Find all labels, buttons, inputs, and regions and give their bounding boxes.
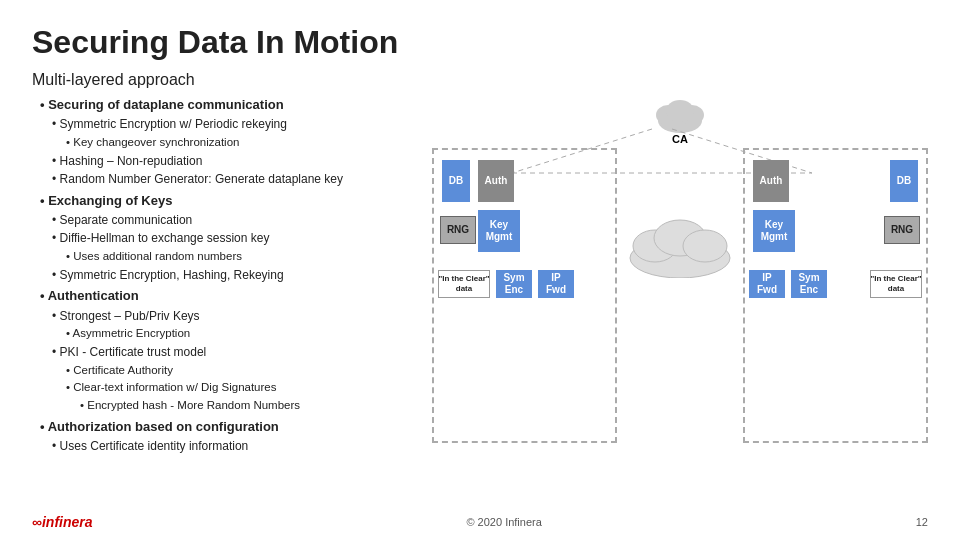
left-ipfwd-block: IP Fwd <box>538 270 574 298</box>
infinera-logo: ∞infinera <box>32 514 93 530</box>
page-title: Securing Data In Motion <box>32 24 928 61</box>
bullet-authorization: • Authorization based on configuration <box>40 417 432 437</box>
bullet-strongest: • Strongest – Pub/Priv Keys <box>52 307 432 326</box>
left-panel: • Securing of dataplane communication • … <box>32 93 432 483</box>
bullet-keychangeover: • Key changeover synchronization <box>66 134 432 152</box>
right-symenc-block: Sym Enc <box>791 270 827 298</box>
bullet-addlrandom: • Uses additional random numbers <box>66 248 432 266</box>
left-db-block: DB <box>442 160 470 202</box>
bullet-securing: • Securing of dataplane communication <box>40 95 432 115</box>
bullet-enchash: • Encrypted hash - More Random Numbers <box>80 397 432 415</box>
footer: ∞infinera © 2020 Infinera 12 <box>0 514 960 530</box>
bullet-pki: • PKI - Certificate trust model <box>52 343 432 362</box>
bullet-rng: • Random Number Generator: Generate data… <box>52 170 432 189</box>
left-auth-block: Auth <box>478 160 514 202</box>
left-rng-block: RNG <box>440 216 476 244</box>
right-device-box: Auth DB Key Mgmt RNG IP Fwd Sym Enc "In … <box>743 148 928 443</box>
bullet-hashing: • Hashing – Non-repudiation <box>52 152 432 171</box>
right-db-block: DB <box>890 160 918 202</box>
svg-point-3 <box>666 100 694 122</box>
bullet-ca: • Certificate Authority <box>66 362 432 380</box>
diagram: CA <box>432 93 928 483</box>
right-inclear-block: "In the Clear" data <box>870 270 922 298</box>
ca-label: CA <box>650 133 710 145</box>
ca-cloud-svg <box>650 95 710 133</box>
bullet-exchanging: • Exchanging of Keys <box>40 191 432 211</box>
bullet-asymenc: • Asymmetric Encryption <box>66 325 432 343</box>
bullet-certid: • Uses Certificate identity information <box>52 437 432 456</box>
bullet-symenc: • Symmetric Encryption w/ Periodic rekey… <box>52 115 432 134</box>
copyright: © 2020 Infinera <box>466 516 541 528</box>
ca-cloud: CA <box>650 95 710 145</box>
internet-cloud <box>620 208 740 282</box>
right-rng-block: RNG <box>884 216 920 244</box>
page-number: 12 <box>916 516 928 528</box>
left-keymgmt-block: Key Mgmt <box>478 210 520 252</box>
bullet-dh: • Diffie-Hellman to exchange session key <box>52 229 432 248</box>
bullet-separate: • Separate communication <box>52 211 432 230</box>
right-keymgmt-block: Key Mgmt <box>753 210 795 252</box>
bullet-authentication: • Authentication <box>40 286 432 306</box>
page-subtitle: Multi-layered approach <box>32 71 928 89</box>
page: Securing Data In Motion Multi-layered ap… <box>0 0 960 540</box>
bullet-symhash: • Symmetric Encryption, Hashing, Rekeyin… <box>52 266 432 285</box>
left-device-box: DB Auth Key Mgmt RNG "In the Clear" data… <box>432 148 617 443</box>
svg-point-10 <box>683 230 727 262</box>
internet-cloud-svg <box>620 208 740 278</box>
right-auth-block: Auth <box>753 160 789 202</box>
left-symenc-block: Sym Enc <box>496 270 532 298</box>
right-ipfwd-block: IP Fwd <box>749 270 785 298</box>
content-layout: • Securing of dataplane communication • … <box>32 93 928 483</box>
left-inclear-block: "In the Clear" data <box>438 270 490 298</box>
bullet-cleartext: • Clear-text information w/ Dig Signatur… <box>66 379 432 397</box>
right-panel: CA <box>432 93 928 483</box>
